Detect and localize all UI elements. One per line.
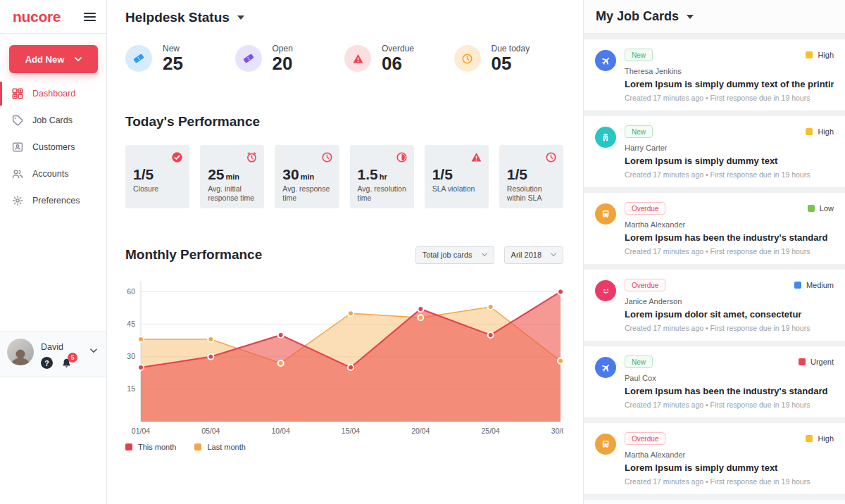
customer-name: Martha Alexander [625,220,834,229]
sidebar-item-job-cards[interactable]: Job Cards [0,107,106,134]
chart-legend: This monthLast month [125,443,563,451]
job-card-meta: Created 17 minutes ago • First response … [625,247,834,256]
priority-badge: Urgent [799,358,834,366]
performance-value: 1/5 [432,167,482,182]
performance-value: 1.5hr [358,167,408,182]
monthly-performance-header: Monthly Performance Total job cards Aril… [125,246,563,264]
warning-icon [344,45,371,72]
bus-icon [595,203,616,225]
svg-text:45: 45 [127,320,135,328]
priority-badge: High [806,51,834,59]
priority-swatch [794,282,801,289]
clock-icon [454,45,481,72]
job-card[interactable]: New High Harry Carter Lorem Ipsum is sim… [584,116,845,187]
airplane-icon [595,50,616,71]
job-card[interactable]: Overdue Medium Janice Anderson Lorem ips… [584,270,845,341]
main-content: Helpdesk Status New 25 Open 20 Overdue 0… [107,0,583,504]
priority-label: Medium [806,281,834,289]
svg-text:30: 30 [127,352,135,360]
month-filter-select[interactable]: Aril 2018 [504,246,563,264]
caret-down-icon[interactable] [687,15,694,19]
job-card[interactable]: Overdue Low Martha Alexander Lorem Ipsum… [584,193,845,264]
notifications-bell[interactable]: 5 [61,358,72,369]
clock-icon [545,151,557,163]
priority-label: Urgent [810,358,834,366]
status-badge: New [625,125,653,138]
svg-text:30/04: 30/04 [551,427,563,435]
job-card[interactable]: New Urgent Paul Cox Lorem Ipsum has been… [584,346,845,417]
status-badge: Overdue [625,279,665,291]
job-cards-panel: My Job Cards New High Theresa Jenkins Lo… [583,0,845,504]
menu-icon[interactable] [84,11,96,23]
priority-label: High [818,434,834,443]
status-value: 25 [163,53,183,74]
job-card-title: Lorem Ipsum is simply dummy text [625,156,834,166]
user-avatar[interactable] [7,339,34,365]
sidebar-item-customers[interactable]: Customers [0,134,106,160]
job-card-meta: Created 17 minutes ago • First response … [625,477,834,486]
add-new-button[interactable]: Add New [9,45,98,73]
sidebar-item-accounts[interactable]: Accounts [0,160,106,187]
sidebar-item-preferences[interactable]: Preferences [0,187,106,214]
job-panel-title: My Job Cards [596,9,679,24]
caret-down-icon[interactable] [237,15,244,20]
priority-badge: Medium [794,281,834,289]
performance-card: 1/5 Resolution within SLA [499,145,563,208]
legend-item: This month [125,443,176,451]
performance-value: 1/5 [133,167,183,182]
performance-value: 30min [282,167,332,182]
performance-label: Avg. initial response time [208,184,258,203]
svg-text:20/04: 20/04 [411,427,430,435]
svg-text:25/04: 25/04 [482,427,500,435]
status-label: New [163,44,183,53]
job-card[interactable]: New High Theresa Jenkins Lorem Ipsum is … [584,39,845,111]
helpdesk-status-row: New 25 Open 20 Overdue 06 Due today 05 [125,44,563,74]
status-badge: Overdue [625,202,665,215]
job-card-meta: Created 17 minutes ago • First response … [625,401,834,409]
status-label: Overdue [382,44,414,53]
status-badge: Overdue [625,432,665,445]
performance-card: 25min Avg. initial response time [200,145,264,208]
warning-icon [470,151,482,163]
svg-text:15/04: 15/04 [342,427,360,435]
ticket-icon [235,45,262,72]
add-new-label: Add New [25,54,65,65]
sidebar-item-dashboard[interactable]: Dashboard [0,80,106,107]
app-root: nucore Add New Dashboard Job Cards Custo… [0,0,845,504]
performance-label: Resolution within SLA [507,184,557,203]
today-performance-title: Today's Performance [125,114,563,130]
timer-icon [396,151,408,163]
bus-icon [595,434,616,455]
chevron-down-icon [551,253,556,257]
check-circle-icon [171,151,183,163]
monthly-performance-title: Monthly Performance [125,247,406,263]
svg-text:10/04: 10/04 [272,427,290,435]
customer-name: Janice Anderson [625,297,834,305]
job-cards-filter-value: Total job cards [423,251,472,259]
customer-name: Martha Alexander [625,451,834,459]
airplane-icon [595,357,616,378]
customer-name: Paul Cox [625,374,834,382]
priority-label: Low [820,204,834,213]
job-card-meta: Created 17 minutes ago • First response … [625,94,834,102]
status-card: Overdue 06 [344,44,454,74]
panel-filler [584,500,845,504]
page-title: Helpdesk Status [125,10,230,25]
performance-label: Closure [133,184,183,194]
dashboard-icon [12,88,23,99]
help-icon[interactable]: ? [41,357,53,369]
performance-card: 1/5 SLA violation [425,145,489,208]
chevron-down-icon [75,57,82,62]
job-cards-filter-select[interactable]: Total job cards [415,246,494,264]
customer-name: Theresa Jenkins [625,67,834,75]
priority-swatch [799,358,806,365]
logo-bar: nucore [0,0,106,34]
legend-label: Last month [207,443,245,451]
ticket-icon [125,45,152,72]
job-card[interactable]: Overdue High Martha Alexander Lorem Ipsu… [584,423,845,494]
performance-card: 1.5hr Avg. resolution time [350,145,414,208]
status-value: 05 [492,53,530,74]
user-name: David [41,342,72,352]
svg-text:60: 60 [127,286,135,295]
chevron-down-icon[interactable] [90,344,97,356]
